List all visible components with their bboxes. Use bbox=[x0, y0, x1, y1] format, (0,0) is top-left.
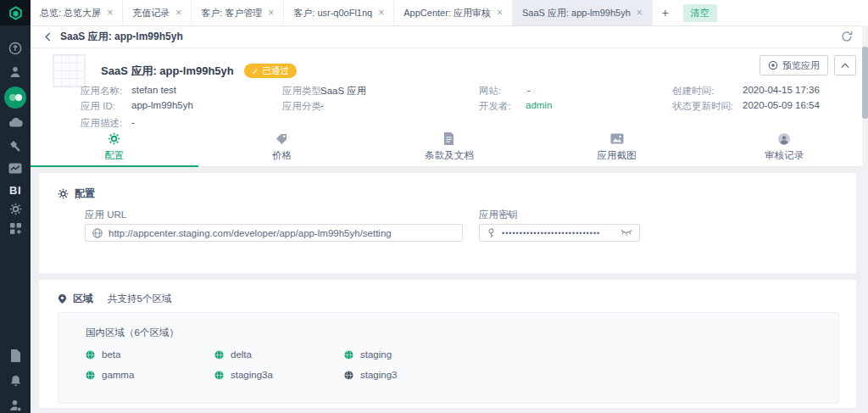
eye-closed-icon[interactable] bbox=[620, 229, 632, 237]
tab-recharge-records[interactable]: 充值记录 × bbox=[123, 0, 192, 25]
globe-icon bbox=[214, 350, 224, 360]
gear-icon bbox=[108, 132, 120, 146]
tab-label: SaaS 应用: app-lm99h5yh bbox=[522, 7, 631, 20]
tab-audit-log[interactable]: 审核记录 bbox=[700, 127, 868, 166]
sidebar: BI bbox=[0, 0, 31, 413]
app-secret-field[interactable] bbox=[479, 224, 640, 242]
tab-label: 客户: 客户管理 bbox=[201, 7, 262, 20]
price-tag-icon bbox=[275, 132, 287, 146]
region-group-title: 国内区域（6个区域） bbox=[86, 326, 179, 339]
check-icon: ✓ bbox=[252, 66, 259, 76]
globe-icon bbox=[86, 350, 95, 360]
globe-icon bbox=[92, 228, 103, 238]
tab-close-icon[interactable]: × bbox=[268, 8, 274, 18]
app-secret-label: 应用密钥 bbox=[479, 209, 518, 221]
region-item[interactable]: gamma bbox=[86, 370, 134, 380]
clear-tabs-button[interactable]: 清空 bbox=[683, 4, 717, 22]
bi-nav-item[interactable]: BI bbox=[0, 184, 31, 197]
key-icon bbox=[487, 228, 496, 238]
app-url-field[interactable] bbox=[85, 224, 463, 242]
config-section-icon bbox=[58, 188, 69, 199]
scrollbar-thumb[interactable] bbox=[862, 47, 868, 119]
tab-close-icon[interactable]: × bbox=[637, 8, 643, 18]
region-item[interactable]: beta bbox=[86, 349, 120, 360]
audit-log-icon bbox=[777, 132, 791, 146]
app-url-input[interactable] bbox=[108, 228, 455, 238]
screenshot-icon bbox=[610, 132, 624, 146]
tab-terms-docs[interactable]: 条款及文档 bbox=[365, 127, 533, 166]
region-group-card: 国内区域（6个区域） beta delta staging gamma stag… bbox=[58, 312, 839, 404]
field-label: 网站: bbox=[479, 85, 501, 98]
region-section-title: 区域 bbox=[73, 292, 93, 306]
field-label: 应用名称: bbox=[81, 85, 122, 98]
page-title: SaaS 应用: app-lm99h5yh bbox=[60, 30, 183, 44]
back-icon[interactable] bbox=[43, 31, 53, 42]
chevron-up-icon bbox=[841, 63, 849, 69]
tab-label: 客户: usr-q0oFl1nq bbox=[293, 7, 372, 20]
refresh-icon[interactable] bbox=[841, 31, 853, 42]
globe-icon bbox=[344, 371, 353, 380]
dashboard-icon[interactable] bbox=[0, 42, 31, 55]
cloud-icon[interactable] bbox=[0, 116, 31, 127]
field-value: SaaS 应用 bbox=[320, 85, 366, 98]
globe-icon bbox=[86, 371, 95, 380]
preview-app-button[interactable]: 预览应用 bbox=[760, 55, 828, 75]
globe-icon bbox=[214, 371, 224, 380]
user-icon[interactable] bbox=[0, 65, 31, 79]
app-secret-input[interactable] bbox=[502, 229, 615, 237]
tab-customer-management[interactable]: 客户: 客户管理 × bbox=[192, 0, 284, 25]
app-summary-card: SaaS 应用: app-lm99h5yh ✓ 已通过 预览应用 应用名称: s… bbox=[31, 48, 868, 127]
tab-label: 总览: 总览大屏 bbox=[40, 7, 101, 20]
tab-customer-usr[interactable]: 客户: usr-q0oFl1nq × bbox=[284, 0, 394, 25]
field-label: 应用 ID: bbox=[81, 100, 115, 113]
content-tab-strip: 配置 价格 条款及文档 应用截图 审核记录 bbox=[31, 127, 868, 167]
location-pin-icon bbox=[58, 293, 67, 304]
session-tab-bar: 总览: 总览大屏 × 充值记录 × 客户: 客户管理 × 客户: usr-q0o… bbox=[31, 0, 868, 26]
field-value: - bbox=[320, 100, 324, 110]
document-icon bbox=[443, 132, 454, 146]
field-label: 应用类型: bbox=[282, 85, 324, 98]
field-value: 2020-05-09 16:54 bbox=[743, 100, 820, 110]
region-item[interactable]: staging3a bbox=[214, 370, 273, 380]
tab-close-icon[interactable]: × bbox=[378, 8, 384, 18]
tab-label: AppCenter: 应用审核 bbox=[403, 7, 491, 20]
user-badge-icon[interactable] bbox=[0, 399, 31, 412]
appcenter-dot-right bbox=[15, 94, 22, 101]
app-title: SaaS 应用: app-lm99h5yh bbox=[101, 64, 234, 79]
field-label: 开发者: bbox=[479, 100, 511, 113]
bi-label: BI bbox=[9, 184, 21, 197]
tab-screenshots[interactable]: 应用截图 bbox=[533, 127, 701, 166]
tab-close-icon[interactable]: × bbox=[175, 8, 181, 18]
tab-price[interactable]: 价格 bbox=[198, 127, 366, 166]
gear-icon[interactable] bbox=[0, 203, 31, 215]
apps-plus-icon[interactable] bbox=[0, 222, 31, 235]
region-item[interactable]: delta bbox=[214, 349, 252, 360]
new-tab-button[interactable]: + bbox=[653, 0, 678, 25]
appcenter-nav-icon[interactable] bbox=[4, 87, 26, 109]
hammer-icon[interactable] bbox=[0, 140, 31, 153]
app-thumbnail bbox=[53, 54, 86, 87]
tab-overview[interactable]: 总览: 总览大屏 × bbox=[31, 0, 123, 25]
chart-icon[interactable] bbox=[0, 163, 31, 174]
page-header: SaaS 应用: app-lm99h5yh bbox=[31, 25, 868, 48]
field-label: 创建时间: bbox=[672, 85, 714, 98]
region-item[interactable]: staging3 bbox=[344, 370, 397, 380]
document-icon[interactable] bbox=[0, 349, 31, 362]
field-value: - bbox=[131, 117, 135, 127]
scrollbar-track[interactable] bbox=[862, 25, 868, 413]
region-item[interactable]: staging bbox=[344, 349, 392, 360]
collapse-button[interactable] bbox=[834, 55, 856, 75]
field-value: 2020-04-15 17:36 bbox=[743, 85, 820, 95]
region-section-subtitle: 共支持5个区域 bbox=[108, 293, 171, 305]
field-value: - bbox=[527, 85, 531, 95]
tab-config[interactable]: 配置 bbox=[31, 127, 198, 166]
developer-link[interactable]: admin bbox=[526, 100, 552, 110]
bell-icon[interactable] bbox=[0, 375, 31, 388]
preview-icon bbox=[768, 60, 778, 70]
tab-saas-app[interactable]: SaaS 应用: app-lm99h5yh × bbox=[513, 0, 653, 25]
tab-close-icon[interactable]: × bbox=[497, 8, 503, 18]
tab-label: 充值记录 bbox=[132, 7, 170, 20]
qingcloud-logo[interactable] bbox=[0, 0, 31, 25]
tab-close-icon[interactable]: × bbox=[107, 8, 113, 18]
tab-appcenter-review[interactable]: AppCenter: 应用审核 × bbox=[394, 0, 513, 25]
